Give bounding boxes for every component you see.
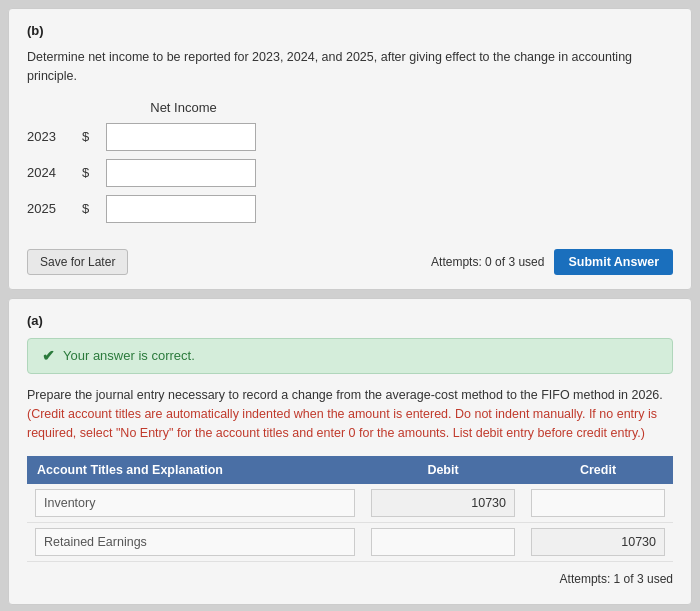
correct-text: Your answer is correct. (63, 348, 195, 363)
attempts-text-a: Attempts: 1 of 3 used (560, 572, 673, 586)
journal-row-retained-earnings (27, 522, 673, 561)
table-row-2023: 2023 $ (27, 123, 261, 151)
credit-input-1[interactable] (531, 489, 665, 517)
net-income-column-header: Net Income (106, 100, 261, 119)
account-title-input-1[interactable] (35, 489, 355, 517)
table-row-2024: 2024 $ (27, 159, 261, 187)
section-b-footer: Save for Later Attempts: 0 of 3 used Sub… (27, 249, 673, 275)
table-row-2025: 2025 $ (27, 195, 261, 223)
dollar-symbol-2025: $ (82, 201, 106, 216)
section-a: (a) ✔ Your answer is correct. Prepare th… (8, 298, 692, 605)
debit-cell-2 (363, 522, 523, 561)
dollar-symbol-2024: $ (82, 165, 106, 180)
section-a-label: (a) (27, 313, 673, 328)
submit-answer-button[interactable]: Submit Answer (554, 249, 673, 275)
debit-input-2[interactable] (371, 528, 515, 556)
debit-cell-1 (363, 484, 523, 523)
journal-row-inventory (27, 484, 673, 523)
credit-input-2[interactable] (531, 528, 665, 556)
red-instruction-text: (Credit account titles are automatically… (27, 407, 657, 440)
year-label-2024: 2024 (27, 165, 82, 180)
section-a-footer: Attempts: 1 of 3 used (27, 572, 673, 586)
account-title-cell-1 (27, 484, 363, 523)
credit-cell-2 (523, 522, 673, 561)
credit-cell-1 (523, 484, 673, 523)
net-income-input-2025[interactable] (106, 195, 256, 223)
account-title-input-2[interactable] (35, 528, 355, 556)
year-col-spacer (27, 100, 82, 119)
section-b-instruction: Determine net income to be reported for … (27, 48, 673, 86)
net-income-input-2024[interactable] (106, 159, 256, 187)
account-title-cell-2 (27, 522, 363, 561)
net-income-table: Net Income 2023 $ 2024 $ 2025 $ (27, 100, 261, 231)
journal-entry-table: Account Titles and Explanation Debit Cre… (27, 456, 673, 562)
section-b-label: (b) (27, 23, 673, 38)
journal-table-header-row: Account Titles and Explanation Debit Cre… (27, 456, 673, 484)
account-title-header: Account Titles and Explanation (27, 456, 363, 484)
attempts-submit-group: Attempts: 0 of 3 used Submit Answer (431, 249, 673, 275)
symbol-col-spacer (82, 100, 106, 119)
column-header-row: Net Income (27, 100, 261, 119)
credit-header: Credit (523, 456, 673, 484)
net-income-input-2023[interactable] (106, 123, 256, 151)
save-for-later-button[interactable]: Save for Later (27, 249, 128, 275)
section-b: (b) Determine net income to be reported … (8, 8, 692, 290)
attempts-text-b: Attempts: 0 of 3 used (431, 255, 544, 269)
dollar-symbol-2023: $ (82, 129, 106, 144)
debit-header: Debit (363, 456, 523, 484)
year-label-2025: 2025 (27, 201, 82, 216)
correct-banner: ✔ Your answer is correct. (27, 338, 673, 374)
debit-input-1[interactable] (371, 489, 515, 517)
year-label-2023: 2023 (27, 129, 82, 144)
checkmark-icon: ✔ (42, 347, 55, 365)
journal-instruction: Prepare the journal entry necessary to r… (27, 386, 673, 444)
